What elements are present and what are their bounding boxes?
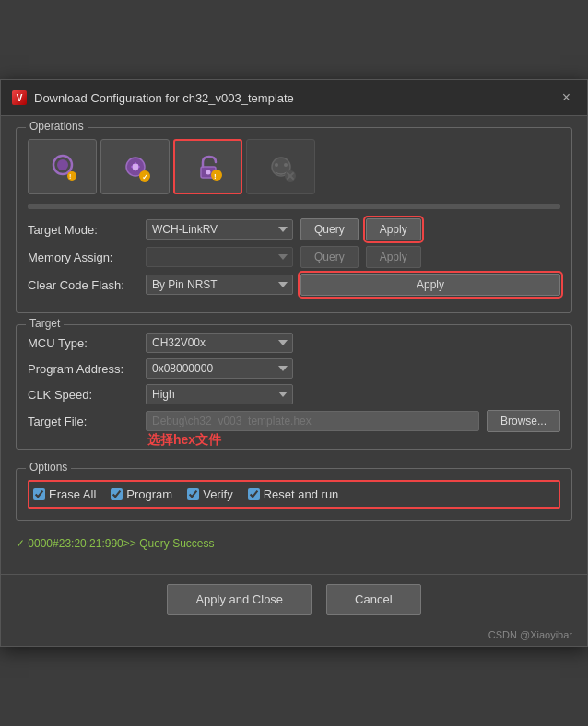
debug-button[interactable] <box>246 139 315 194</box>
clear-code-flash-select[interactable]: By Pin NRST <box>146 275 293 295</box>
unlock-chip-button[interactable]: ! <box>173 139 242 194</box>
program-address-row: Program Address: 0x08000000 <box>28 358 560 379</box>
log-area: ✓ 0000#23:20:21:990>> Query Success <box>16 532 572 559</box>
watermark-text: 选择hex文件 <box>147 432 221 449</box>
target-mode-apply-button[interactable]: Apply <box>366 218 421 240</box>
options-group-label: Options <box>26 461 71 474</box>
target-file-row: Target File: Browse... 选择hex文件 <box>28 410 560 432</box>
svg-rect-6 <box>133 164 138 170</box>
mcu-type-select[interactable]: CH32V00x <box>146 333 293 353</box>
memory-assign-label: Memory Assign: <box>28 251 138 264</box>
svg-text:✓: ✓ <box>142 173 148 182</box>
program-address-select[interactable]: 0x08000000 <box>146 358 293 379</box>
program-checkbox-item[interactable]: Program <box>111 487 172 501</box>
reset-run-checkbox-item[interactable]: Reset and run <box>248 487 339 501</box>
svg-text:!: ! <box>69 173 71 180</box>
erase-all-checkbox-item[interactable]: Erase All <box>33 487 96 501</box>
clk-speed-label: CLK Speed: <box>28 388 138 402</box>
debug-icon <box>263 148 300 185</box>
svg-point-11 <box>211 170 222 181</box>
window-title: Download Configuration for ch32_v003_tem… <box>34 91 294 105</box>
app-icon: V <box>12 90 27 105</box>
close-button[interactable]: × <box>557 88 576 108</box>
log-text: 0000#23:20:21:990>> Query Success <box>28 537 214 550</box>
memory-assign-row: Memory Assign: Query Apply <box>28 246 560 268</box>
target-mode-row: Target Mode: WCH-LinkRV Query Apply <box>28 218 560 240</box>
content-area: Operations ! <box>1 116 587 574</box>
cancel-button[interactable]: Cancel <box>326 584 420 615</box>
progress-bar <box>28 204 560 209</box>
title-bar-left: V Download Configuration for ch32_v003_t… <box>12 90 294 105</box>
target-file-label: Target File: <box>28 415 138 428</box>
credits-text: CSDN @Xiaoyibar <box>1 627 587 646</box>
reset-run-label: Reset and run <box>264 487 339 501</box>
options-group: Options Erase All Program Verify Reset a… <box>16 468 572 521</box>
title-bar: V Download Configuration for ch32_v003_t… <box>1 80 587 116</box>
target-mode-query-button[interactable]: Query <box>300 218 359 240</box>
program-checkbox[interactable] <box>111 488 123 500</box>
target-file-input[interactable] <box>146 411 479 431</box>
footer: Apply and Close Cancel <box>1 574 587 627</box>
clear-code-flash-label: Clear Code Flash: <box>28 278 138 292</box>
program-chip-button[interactable]: ✓ <box>100 139 170 194</box>
unlock-chip-icon: ! <box>190 148 227 185</box>
verify-checkbox[interactable] <box>187 488 199 500</box>
mcu-type-row: MCU Type: CH32V00x <box>28 333 560 353</box>
apply-wide-container: Apply <box>300 274 560 296</box>
svg-point-15 <box>284 163 288 167</box>
main-window: V Download Configuration for ch32_v003_t… <box>0 79 588 647</box>
svg-text:!: ! <box>214 172 217 181</box>
browse-button[interactable]: Browse... <box>487 410 560 432</box>
search-chip-button[interactable]: ! <box>28 139 97 194</box>
log-checkmark: ✓ <box>16 537 28 550</box>
program-address-label: Program Address: <box>28 362 138 376</box>
clk-speed-row: CLK Speed: High <box>28 384 560 404</box>
memory-assign-query-button[interactable]: Query <box>300 246 359 268</box>
erase-all-label: Erase All <box>49 487 96 501</box>
verify-label: Verify <box>203 487 233 501</box>
operations-group-label: Operations <box>26 120 88 133</box>
reset-run-checkbox[interactable] <box>248 488 260 500</box>
target-mode-label: Target Mode: <box>28 223 138 237</box>
verify-checkbox-item[interactable]: Verify <box>187 487 233 501</box>
program-label: Program <box>126 487 172 501</box>
svg-point-1 <box>57 159 68 170</box>
erase-all-checkbox[interactable] <box>33 488 45 500</box>
checkboxes-container: Erase All Program Verify Reset and run <box>28 480 560 509</box>
clk-speed-select[interactable]: High <box>146 384 293 404</box>
clear-code-flash-apply-button[interactable]: Apply <box>300 274 560 296</box>
clear-code-flash-row: Clear Code Flash: By Pin NRST Apply <box>28 274 560 296</box>
memory-assign-apply-button[interactable]: Apply <box>366 246 421 268</box>
target-mode-select[interactable]: WCH-LinkRV <box>146 219 293 240</box>
target-group: Target MCU Type: CH32V00x Program Addres… <box>16 324 572 450</box>
mcu-type-label: MCU Type: <box>28 336 138 350</box>
operation-icons-row: ! ✓ <box>28 139 560 194</box>
search-chip-icon: ! <box>44 148 81 185</box>
svg-point-10 <box>206 170 210 175</box>
apply-close-button[interactable]: Apply and Close <box>167 584 312 615</box>
program-chip-icon: ✓ <box>117 148 154 185</box>
target-group-label: Target <box>26 317 64 330</box>
operations-group: Operations ! <box>16 127 572 313</box>
svg-point-14 <box>275 163 278 167</box>
memory-assign-select[interactable] <box>146 247 293 267</box>
